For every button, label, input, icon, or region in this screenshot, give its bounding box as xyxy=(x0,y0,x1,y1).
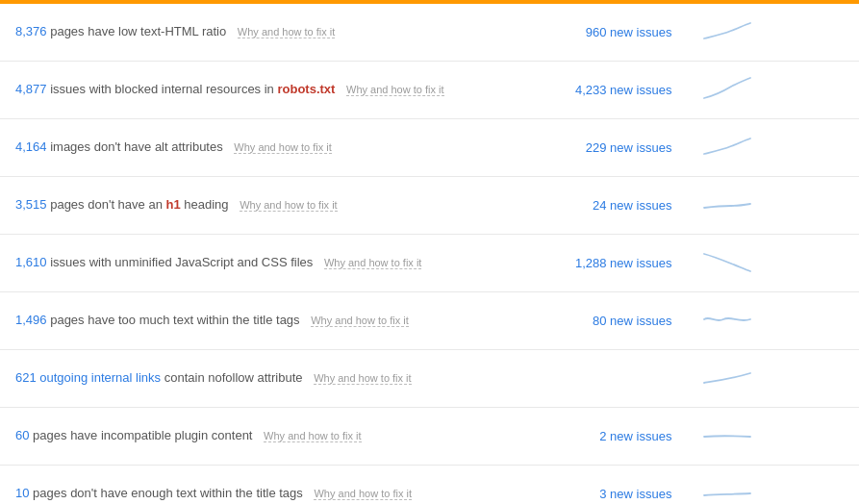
issue-count-text: 4,877 xyxy=(15,82,47,96)
sparkline-chart xyxy=(687,466,859,505)
why-link[interactable]: Why and how to fix it xyxy=(264,430,362,442)
new-issues-count: 229 new issues xyxy=(516,119,688,177)
issue-highlight-text: robots.txt xyxy=(277,82,335,96)
new-issues-count: 4,233 new issues xyxy=(516,62,688,119)
issues-table: 8,376 pages have low text-HTML ratio Why… xyxy=(0,4,859,504)
table-row: 8,376 pages have low text-HTML ratio Why… xyxy=(0,4,859,62)
table-row: 4,877 issues with blocked internal resou… xyxy=(0,62,859,119)
table-row: 10 pages don't have enough text within t… xyxy=(0,466,859,505)
issue-plain-text: pages have incompatible plugin content xyxy=(33,428,252,442)
why-link[interactable]: Why and how to fix it xyxy=(311,315,409,327)
why-link[interactable]: Why and how to fix it xyxy=(234,141,332,154)
issue-description-cell: 4,877 issues with blocked internal resou… xyxy=(0,62,516,119)
table-row: 1,496 pages have too much text within th… xyxy=(0,292,859,350)
issue-highlight-text: h1 xyxy=(165,197,180,212)
issue-count-text: 3,515 xyxy=(15,197,47,212)
issue-plain-text: pages don't have an xyxy=(50,197,165,212)
why-link[interactable]: Why and how to fix it xyxy=(346,84,444,96)
sparkline-chart xyxy=(687,235,859,292)
issue-description-cell: 621 outgoing internal links contain nofo… xyxy=(0,350,516,408)
why-link[interactable]: Why and how to fix it xyxy=(314,488,412,500)
issue-plain-text: contain nofollow attribute xyxy=(164,370,303,385)
issue-plain-text: pages don't have enough text within the … xyxy=(33,486,303,500)
issue-plain-text: pages have low text-HTML ratio xyxy=(50,24,226,38)
why-link[interactable]: Why and how to fix it xyxy=(314,372,412,385)
new-issues-count: 1,288 new issues xyxy=(516,235,688,292)
sparkline-chart xyxy=(687,4,859,62)
sparkline-chart xyxy=(687,292,859,350)
issue-description-cell: 1,610 issues with unminified JavaScript … xyxy=(0,235,516,292)
table-row: 3,515 pages don't have an h1 heading Why… xyxy=(0,177,859,235)
sparkline-chart xyxy=(687,177,859,235)
new-issues-count: 2 new issues xyxy=(516,408,688,466)
issue-plain-text2: heading xyxy=(184,197,228,212)
new-issues-count: 3 new issues xyxy=(516,466,688,505)
issue-plain-text: images don't have alt attributes xyxy=(50,139,223,154)
why-link[interactable]: Why and how to fix it xyxy=(238,26,336,38)
new-issues-count: 24 new issues xyxy=(516,177,688,235)
issue-count-text: 10 xyxy=(15,486,29,500)
issue-description-cell: 60 pages have incompatible plugin conten… xyxy=(0,408,516,466)
issue-count-text: 4,164 xyxy=(15,139,47,154)
table-row: 60 pages have incompatible plugin conten… xyxy=(0,408,859,466)
sparkline-chart xyxy=(687,408,859,466)
issue-count-text: 8,376 xyxy=(15,24,47,38)
issue-plain-text: issues with unminified JavaScript and CS… xyxy=(50,255,313,269)
issue-count-text: 1,496 xyxy=(15,313,47,327)
why-link[interactable]: Why and how to fix it xyxy=(240,199,338,212)
issue-plain-text: issues with blocked internal resources i… xyxy=(50,82,277,96)
issue-count-text: 60 xyxy=(15,428,29,442)
issue-count-text: 621 outgoing internal links xyxy=(15,370,161,385)
issue-description-cell: 4,164 images don't have alt attributes W… xyxy=(0,119,516,177)
new-issues-count: 960 new issues xyxy=(516,4,688,62)
new-issues-count: 80 new issues xyxy=(516,292,688,350)
new-issues-count xyxy=(516,350,688,408)
table-row: 4,164 images don't have alt attributes W… xyxy=(0,119,859,177)
issue-plain-text: pages have too much text within the titl… xyxy=(50,313,299,327)
why-link[interactable]: Why and how to fix it xyxy=(324,257,422,269)
sparkline-chart xyxy=(687,350,859,408)
table-row: 621 outgoing internal links contain nofo… xyxy=(0,350,859,408)
sparkline-chart xyxy=(687,62,859,119)
issue-count-text: 1,610 xyxy=(15,255,47,269)
sparkline-chart xyxy=(687,119,859,177)
table-row: 1,610 issues with unminified JavaScript … xyxy=(0,235,859,292)
issue-description-cell: 10 pages don't have enough text within t… xyxy=(0,466,516,505)
issue-description-cell: 8,376 pages have low text-HTML ratio Why… xyxy=(0,4,516,62)
issue-description-cell: 3,515 pages don't have an h1 heading Why… xyxy=(0,177,516,235)
issue-description-cell: 1,496 pages have too much text within th… xyxy=(0,292,516,350)
